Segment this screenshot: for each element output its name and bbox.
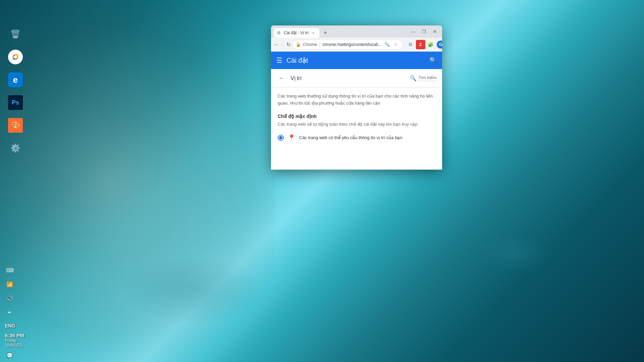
edge-image: e: [8, 72, 23, 87]
paint-desktop-icon[interactable]: 🎨: [4, 118, 27, 134]
forward-button[interactable]: →: [280, 40, 285, 49]
extensions-icon[interactable]: 🧩: [426, 40, 435, 49]
language-indicator[interactable]: ENG: [5, 323, 35, 328]
url-icons: 🔍 ☆: [383, 41, 399, 48]
url-separator: |: [319, 42, 321, 47]
extension-z-icon[interactable]: Z: [416, 40, 425, 49]
settings-content[interactable]: ← Vị trí 🔍 Tìm kiếm Các trang web thường…: [271, 69, 442, 170]
settings-menu-icon[interactable]: ☰: [276, 56, 282, 64]
back-button[interactable]: ←: [274, 40, 279, 49]
settings-header: ☰ Cài đặt 🔍: [271, 52, 442, 69]
url-bar[interactable]: 🔒 Chrome | chrome://settings/content/loc…: [292, 40, 403, 50]
section-desc: Các trang web sẽ tự động tuân theo chế đ…: [271, 120, 442, 131]
pen-icon[interactable]: ✒: [5, 308, 14, 317]
tab-favicon: ⚙: [277, 31, 282, 35]
location-option-row[interactable]: 📍 Các trang web có thể yêu cầu thông tin…: [271, 131, 442, 145]
address-bar: ← → ↻ 🔒 Chrome | chrome://settings/conte…: [271, 38, 442, 52]
settings-desktop-icon[interactable]: ⚙️: [4, 141, 27, 157]
location-search-icon: 🔍: [410, 75, 417, 81]
section-title: Chế độ mặc định: [271, 111, 442, 120]
bookmark-icon[interactable]: ☆: [392, 41, 399, 48]
tab-area: ⚙ Cài đặt - Vị trí × +: [274, 25, 409, 38]
desktop-icons: 🗑️ e Ps 🎨 ⚙️: [4, 27, 27, 157]
clock-day: Friday: [5, 338, 35, 343]
svg-point-2: [14, 56, 17, 58]
translate-icon[interactable]: G: [406, 40, 415, 49]
browser-tab[interactable]: ⚙ Cài đặt - Vị trí ×: [274, 28, 319, 38]
paint-image: 🎨: [8, 118, 23, 133]
volume-icon[interactable]: 🔊: [5, 294, 14, 303]
chrome-desktop-icon[interactable]: [4, 50, 27, 66]
location-page-header: ← Vị trí 🔍 Tìm kiếm: [271, 69, 442, 87]
settings-search-icon[interactable]: 🔍: [429, 57, 437, 64]
location-description: Các trang web thường sử dụng thông tin v…: [271, 87, 442, 111]
edge-desktop-icon[interactable]: e: [4, 72, 27, 88]
location-option-text: Các trang web có thể yêu cầu thông tin v…: [299, 135, 402, 140]
chrome-image: [8, 50, 23, 64]
clock-date: 10/8/2021: [5, 343, 35, 348]
settings-area: ☰ Cài đặt 🔍 ← Vị trí 🔍 Tìm kiếm Các tran…: [271, 52, 442, 170]
window-controls: — ❐ ✕: [409, 27, 439, 36]
tab-close-button[interactable]: ×: [311, 30, 316, 36]
photoshop-image: Ps: [8, 95, 23, 110]
url-path: chrome://settings/content/locati...: [322, 42, 381, 47]
clock[interactable]: 6:36 PM Friday 10/8/2021: [5, 333, 35, 348]
search-url-icon[interactable]: 🔍: [383, 41, 391, 48]
taskbar-system-icons: ⌨ 📶 🔊 ✒: [5, 265, 35, 317]
profile-icon[interactable]: G: [436, 40, 442, 49]
recycle-bin-icon[interactable]: 🗑️: [4, 27, 27, 43]
wifi-icon[interactable]: 📶: [5, 280, 14, 289]
url-chrome-text: Chrome: [303, 42, 317, 47]
back-to-settings-button[interactable]: ←: [276, 73, 286, 83]
location-page-title: Vị trí: [290, 75, 406, 81]
title-bar: ⚙ Cài đặt - Vị trí × + — ❐ ✕: [271, 25, 442, 38]
reload-button[interactable]: ↻: [286, 40, 291, 49]
location-option-icon: 📍: [288, 134, 295, 141]
maximize-button[interactable]: ❐: [419, 27, 429, 36]
keyboard-icon[interactable]: ⌨: [5, 265, 14, 275]
close-window-button[interactable]: ✕: [430, 27, 439, 36]
search-label[interactable]: Tìm kiếm: [419, 75, 437, 81]
profile-avatar[interactable]: G: [437, 41, 442, 49]
notification-icon[interactable]: 💬: [5, 352, 14, 359]
minimize-button[interactable]: —: [409, 27, 418, 36]
settings-image: ⚙️: [8, 141, 23, 156]
new-tab-button[interactable]: +: [321, 28, 330, 38]
tab-title: Cài đặt - Vị trí: [284, 31, 309, 35]
mermaid-overlay: [0, 0, 275, 362]
photoshop-desktop-icon[interactable]: Ps: [4, 95, 27, 111]
allow-radio-button[interactable]: [278, 135, 284, 141]
toolbar-icons: G Z 🧩 G ⋮: [405, 40, 442, 49]
taskbar-left: ⌨ 📶 🔊 ✒ ENG 6:36 PM Friday 10/8/2021 💬: [0, 295, 40, 362]
recycle-bin-image: 🗑️: [8, 27, 23, 42]
search-area: 🔍 Tìm kiếm: [410, 75, 437, 81]
settings-title: Cài đặt: [286, 56, 425, 64]
browser-window: ⚙ Cài đặt - Vị trí × + — ❐ ✕ ← → ↻ 🔒 Chr…: [271, 25, 442, 170]
url-favicon: 🔒: [296, 42, 301, 47]
clock-time: 6:36 PM: [5, 333, 35, 338]
